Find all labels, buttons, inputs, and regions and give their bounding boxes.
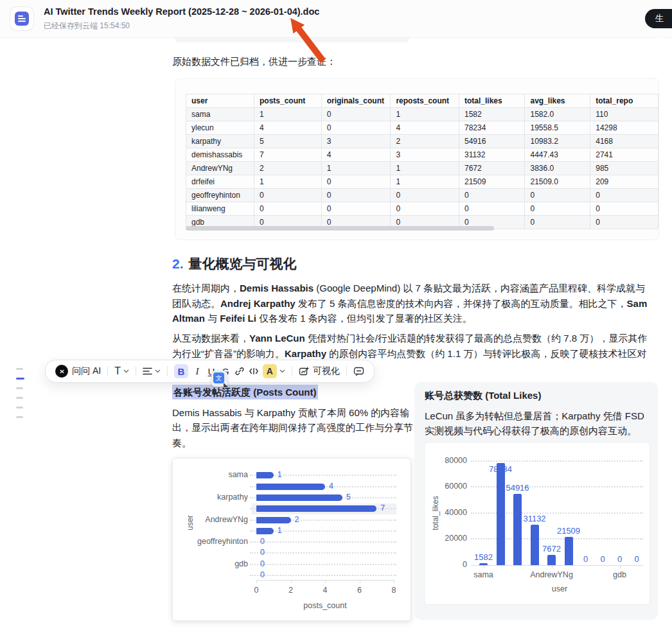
table-column-header: user [186,94,254,108]
table-cell: 2741 [590,148,659,162]
outline-dash[interactable] [16,407,23,408]
table-cell: 1 [254,108,322,121]
posts-count-chart: usersama14karpathy57AndrewYNg21geoffreyh… [172,458,411,621]
chevron-down-icon [279,369,285,373]
table-cell: karpathy [186,135,254,148]
table-cell: 0 [459,189,525,202]
bar-value-label: 4 [329,482,333,491]
bar [256,517,291,523]
text-color-dropdown[interactable]: A [263,363,285,379]
table-cell: 5 [254,135,322,148]
table-cell: 1582 [459,108,525,121]
bold-button[interactable]: B [174,364,188,378]
bar-value-label: 54916 [499,483,537,493]
x-axis-label: user [534,584,585,593]
document-title[interactable]: AI Twitter Trends Weekly Report (2025-12… [44,6,319,17]
bar-value-label: 0 [617,554,656,564]
table-row: ylecun4047823419558.514298 [186,121,659,135]
code-button[interactable] [249,363,259,379]
data-table: userposts_countoriginals_countreposts_co… [186,94,659,229]
table-cell: 0 [321,121,391,135]
table-cell: 985 [590,162,659,175]
x-tick-label: 6 [350,586,369,595]
tick-mark [256,580,257,583]
table-cell: AndrewYNg [186,162,254,175]
table-cell: 78234 [459,121,525,135]
link-button[interactable] [234,363,245,379]
table-cell: 7 [254,148,322,162]
table-cell: 4 [391,121,459,135]
table-row: AndrewYNg21176723836.0985 [186,162,659,175]
tick-mark [394,580,394,583]
outline-dash[interactable] [16,387,23,389]
text-style-dropdown[interactable]: T [114,363,129,379]
divider [346,366,347,376]
comment-button[interactable] [353,363,364,379]
table-cell: 4447.43 [525,148,590,162]
table-row: demishassabis743311324447.432741 [186,148,659,162]
table-cell: 209 [590,175,659,189]
attachment-card-remnant [175,38,409,42]
visualize-button[interactable]: 可视化 [299,363,340,379]
ai-logo-icon [55,365,68,378]
y-tick-label: 0 [427,560,467,569]
table-cell: 31132 [459,148,525,162]
left-chart-description: Demis Hassabis 与 Karpathy 贡献了本周 60% 的内容输… [172,405,414,450]
bar-value-label: 2 [295,515,299,524]
data-table-card: userposts_countoriginals_countreposts_co… [175,78,659,240]
table-cell: demishassabis [186,148,254,162]
outline-dash[interactable] [16,368,23,370]
align-icon [143,366,152,377]
gridline [250,541,396,543]
table-cell: 0 [254,189,322,202]
tick-mark [484,565,484,568]
comment-icon [353,367,364,376]
text-color-button[interactable]: A [263,364,277,378]
table-cell: 3 [391,148,459,162]
tick-mark [325,580,326,583]
outline-dash-active[interactable] [16,378,24,380]
right-chart-description: LeCun 虽多为转帖但总量居首；Karpathy 凭借 FSD 实测视频与代码… [425,408,650,439]
table-cell: 19558.5 [525,121,590,135]
left-chart-section-title: 各账号发帖活跃度 (Posts Count) [172,387,318,399]
table-cell: 0 [525,216,590,229]
translate-extension-button[interactable]: 文 [211,371,227,387]
table-row: lilianweng000000 [186,202,659,216]
table-cell: 1 [254,175,322,189]
table-cell: 1 [321,162,391,175]
tick-mark [620,565,621,568]
table-cell: 0 [459,202,525,216]
tick-mark [552,565,553,568]
x-tick-label: AndrewYNg [526,570,578,579]
table-cell: 110 [590,108,659,121]
cursor-icon [224,383,228,387]
bar-value-label: 1582 [464,552,503,562]
category-tick-label: karpathy [177,493,248,502]
bar-value-label: 1 [278,470,282,479]
table-cell: 1 [391,108,459,121]
outline-dash[interactable] [16,397,23,399]
generate-button[interactable]: 生成 [645,9,672,28]
bar-value-label: 0 [260,537,265,546]
x-tick-label: 0 [247,586,266,595]
italic-button[interactable]: I [192,363,202,379]
table-horizontal-scrollbar[interactable] [186,226,494,231]
table-row: drfeifei1012150921509.0209 [186,175,659,189]
table-cell: 14298 [590,121,659,135]
document-icon[interactable] [10,7,33,30]
table-row: karpathy5325491610983.24168 [186,135,659,148]
bar [256,494,342,501]
x-tick-label: sama [458,570,509,579]
align-dropdown[interactable] [143,363,161,379]
table-cell: 54916 [459,135,525,148]
x-tick-label: 4 [315,586,335,595]
table-cell: 0 [321,175,391,189]
bar [479,563,488,565]
x-axis-label: posts_count [287,601,364,610]
ask-ai-button[interactable]: 问问 AI [55,363,101,379]
table-cell: 3 [321,135,391,148]
bar [497,463,505,565]
table-column-header: originals_count [321,94,391,108]
outline-dash[interactable] [16,416,23,418]
intro-paragraph: 原始数据文件已归档，供进一步查证： [172,54,651,69]
